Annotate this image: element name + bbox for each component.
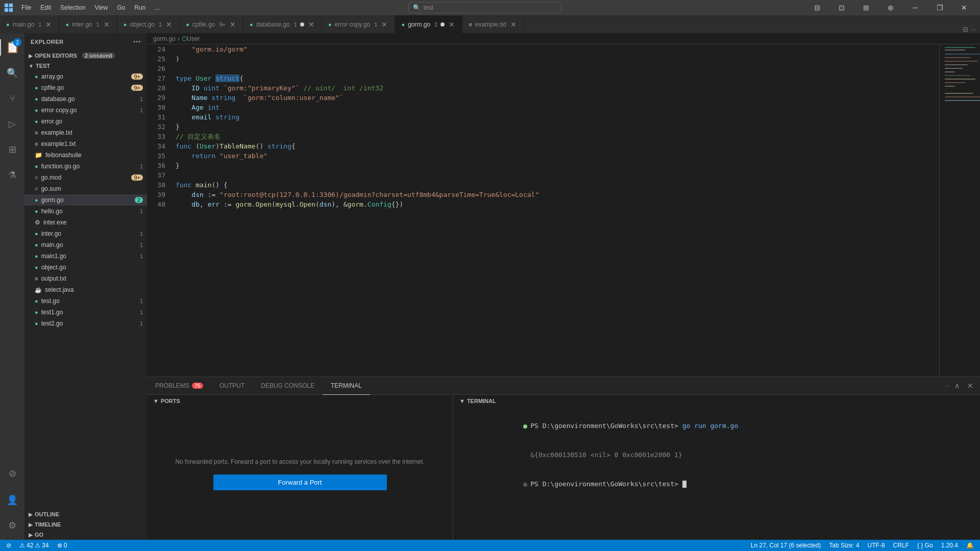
panel-close-btn[interactable]: ✕ bbox=[965, 380, 976, 391]
status-tab-size[interactable]: Tab Size: 4 bbox=[827, 540, 861, 551]
sidebar-item-error-copy-go[interactable]: ● error copy.go 1 bbox=[24, 105, 147, 116]
outline-header[interactable]: ▶ OUTLINE bbox=[24, 509, 147, 519]
tab-example-txt[interactable]: ≡ example.txt ✕ bbox=[462, 15, 524, 33]
sidebar-item-main1-go[interactable]: ● main1.go 1 bbox=[24, 251, 147, 262]
timeline-header[interactable]: ▶ TIMELINE bbox=[24, 519, 147, 530]
sidebar-item-go-mod[interactable]: ≡ go.mod 9+ bbox=[24, 172, 147, 183]
sidebar-item-feibonashulie[interactable]: 📁 feibonashulie bbox=[24, 149, 147, 161]
tab-close-btn[interactable]: ✕ bbox=[380, 20, 388, 29]
menu-go[interactable]: Go bbox=[113, 3, 129, 12]
more-tabs-btn[interactable]: ··· bbox=[970, 26, 976, 33]
settings-icon: ⚙ bbox=[8, 520, 16, 531]
sidebar-toggle-btn[interactable]: ⊟ bbox=[805, 0, 829, 15]
sidebar-item-example-txt[interactable]: ≡ example.txt bbox=[24, 127, 147, 138]
open-editors-header[interactable]: ▶ OPEN EDITORS 2 unsaved bbox=[24, 51, 147, 61]
sidebar-item-test1-go[interactable]: ● test1.go 1 bbox=[24, 307, 147, 318]
activity-explorer[interactable]: 📋 2 bbox=[0, 35, 24, 60]
activity-search[interactable]: 🔍 bbox=[0, 61, 24, 85]
sidebar-item-database-go[interactable]: ● database.go 1 bbox=[24, 93, 147, 105]
menu-more[interactable]: ... bbox=[151, 3, 164, 12]
sidebar-more-btn[interactable]: ··· bbox=[133, 37, 141, 46]
panel-more-btn[interactable]: ··· bbox=[945, 383, 949, 389]
status-remote-btn[interactable]: ⊘ bbox=[4, 540, 13, 551]
activity-source-control[interactable]: ⑂ bbox=[0, 86, 24, 111]
menu-file[interactable]: File bbox=[17, 3, 35, 12]
status-version[interactable]: 1.20.4 bbox=[939, 540, 960, 551]
file-name: hello.go bbox=[41, 208, 63, 215]
menu-view[interactable]: View bbox=[90, 3, 112, 12]
tab-close-btn[interactable]: ✕ bbox=[44, 20, 53, 29]
tab-label: object.go bbox=[130, 21, 155, 28]
sidebar-item-hello-go[interactable]: ● hello.go 1 bbox=[24, 206, 147, 217]
tab-gorm-go[interactable]: ● gorm.go 2 ✕ bbox=[395, 15, 462, 33]
menu-selection[interactable]: Selection bbox=[56, 3, 89, 12]
menu-edit[interactable]: Edit bbox=[36, 3, 55, 12]
close-btn[interactable]: ✕ bbox=[952, 0, 976, 15]
activity-remote[interactable]: ⊘ bbox=[0, 461, 24, 486]
title-search-box[interactable]: 🔍 test bbox=[408, 2, 561, 13]
tab-database-go[interactable]: ● database.go 1 ✕ bbox=[243, 15, 322, 33]
svg-rect-5 bbox=[945, 49, 965, 51]
sidebar-item-output-txt[interactable]: ≡ output.txt bbox=[24, 273, 147, 284]
forward-port-button[interactable]: Forward a Port bbox=[213, 474, 387, 490]
status-ports[interactable]: ⊗ 0 bbox=[55, 540, 69, 551]
panel-tab-debug[interactable]: DEBUG CONSOLE bbox=[253, 377, 323, 395]
sidebar-item-cpfile-go[interactable]: ● cpfile.go 9+ bbox=[24, 82, 147, 93]
panel-maximize-btn[interactable]: ∧ bbox=[951, 380, 963, 391]
restore-btn[interactable]: ❐ bbox=[928, 0, 951, 15]
layout-btn[interactable]: ⊞ bbox=[854, 0, 878, 15]
terminal-cursor bbox=[682, 481, 687, 488]
test-section-header[interactable]: ▼ TEST bbox=[24, 61, 147, 71]
panel-tab-output[interactable]: OUTPUT bbox=[211, 377, 253, 395]
split-editor-btn[interactable]: ⊟ bbox=[963, 26, 968, 33]
tab-close-btn[interactable]: ✕ bbox=[307, 20, 315, 29]
status-position[interactable]: Ln 27, Col 17 (6 selected) bbox=[749, 540, 823, 551]
file-name: feibonashulie bbox=[45, 152, 82, 159]
sidebar-item-object-go[interactable]: ● object.go bbox=[24, 262, 147, 273]
sidebar-bottom: ▶ OUTLINE ▶ TIMELINE ▶ GO bbox=[24, 509, 147, 540]
activity-extensions[interactable]: ⊞ bbox=[0, 137, 24, 162]
activity-settings[interactable]: ⚙ bbox=[0, 513, 24, 538]
panel-toggle-btn[interactable]: ⊡ bbox=[830, 0, 853, 15]
activity-account[interactable]: 👤 bbox=[0, 488, 24, 512]
customize-btn[interactable]: ⊛ bbox=[879, 0, 902, 15]
tab-close-btn[interactable]: ✕ bbox=[103, 20, 111, 29]
tab-inter-go[interactable]: ● inter.go 1 ✕ bbox=[59, 15, 117, 33]
activity-testing[interactable]: ⚗ bbox=[0, 163, 24, 187]
sidebar-item-main-go[interactable]: ● main.go 1 bbox=[24, 239, 147, 251]
sidebar-item-select-java[interactable]: ☕ select.java bbox=[24, 284, 147, 295]
tab-main-go[interactable]: ● main.go 1 ✕ bbox=[0, 15, 59, 33]
tab-close-btn[interactable]: ✕ bbox=[229, 20, 237, 29]
sidebar-item-example1-txt[interactable]: ≡ example1.txt bbox=[24, 138, 147, 149]
tab-close-btn[interactable]: ✕ bbox=[165, 20, 173, 29]
go-file-icon: ● bbox=[35, 208, 38, 214]
go-section-header[interactable]: ▶ GO bbox=[24, 530, 147, 540]
sidebar-item-error-go[interactable]: ● error.go bbox=[24, 116, 147, 127]
panel-tab-problems[interactable]: PROBLEMS 76 bbox=[147, 377, 211, 395]
sidebar-item-array-go[interactable]: ● array.go 9+ bbox=[24, 71, 147, 82]
status-notification[interactable]: 🔔 bbox=[964, 540, 976, 551]
sidebar-item-function-go[interactable]: ● function.go.go 1 bbox=[24, 161, 147, 172]
source-control-icon: ⑂ bbox=[10, 93, 15, 104]
code-line-25: ) bbox=[176, 54, 939, 64]
status-language[interactable]: { } Go bbox=[915, 540, 935, 551]
menu-run[interactable]: Run bbox=[130, 3, 150, 12]
sidebar-item-inter-exe[interactable]: ⚙ inter.exe bbox=[24, 217, 147, 228]
tab-cpfile-go[interactable]: ● cpfile.go 9+ ✕ bbox=[180, 15, 243, 33]
tab-close-btn[interactable]: ✕ bbox=[448, 20, 456, 29]
status-line-ending[interactable]: CRLF bbox=[891, 540, 911, 551]
sidebar-item-test-go[interactable]: ● test.go 1 bbox=[24, 295, 147, 307]
minimize-btn[interactable]: ─ bbox=[903, 0, 927, 15]
status-errors[interactable]: ⚠ 42 ⚠ 34 bbox=[17, 540, 51, 551]
tab-error-copy-go[interactable]: ● error copy.go 1 ✕ bbox=[322, 15, 396, 33]
sidebar-item-gorm-go[interactable]: ● gorm.go 2 bbox=[24, 194, 147, 206]
panel-tab-terminal[interactable]: TERMINAL bbox=[323, 377, 370, 395]
activity-run-debug[interactable]: ▷ bbox=[0, 112, 24, 136]
status-encoding[interactable]: UTF-8 bbox=[866, 540, 887, 551]
sidebar-item-go-sum[interactable]: ≡ go.sum bbox=[24, 183, 147, 194]
terminal-body[interactable]: PS D:\goenvironment\GoWorks\src\test> go… bbox=[453, 407, 980, 540]
sidebar-item-test2-go[interactable]: ● test2.go 1 bbox=[24, 318, 147, 329]
tab-object-go[interactable]: ● object.go 1 ✕ bbox=[117, 15, 180, 33]
tab-close-btn[interactable]: ✕ bbox=[509, 20, 518, 29]
sidebar-item-inter-go[interactable]: ● inter.go 1 bbox=[24, 228, 147, 239]
